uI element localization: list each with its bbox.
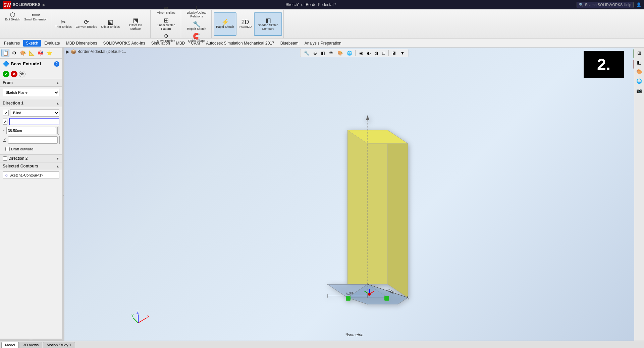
menu-evaluate[interactable]: Evaluate: [42, 40, 63, 47]
view-tool-8[interactable]: ◐: [366, 50, 372, 56]
offset-entities-btn[interactable]: ⬕ Offset Entities: [99, 16, 121, 32]
menu-simulation[interactable]: Simulation: [149, 40, 173, 47]
repair-sketch-btn[interactable]: 🔧 Repair Sketch: [183, 20, 210, 32]
depth-down-arrow[interactable]: ▼: [58, 131, 60, 134]
view-label: *Isometric: [345, 333, 363, 337]
panel-resize-handle[interactable]: ⋯: [0, 339, 62, 341]
main-area: 📋 ⚙ 🎨 📐 🎯 ⭐ 🔷 Boss-Extrude1 ? ✓ ✕ 👁 From…: [0, 48, 644, 341]
rapid-sketch-btn[interactable]: ⚡ Rapid Sketch: [214, 12, 236, 36]
instant2d-btn[interactable]: 2D Instant2D: [237, 12, 254, 36]
tab-model[interactable]: Model: [1, 342, 19, 348]
angle-up-arrow[interactable]: ▲: [59, 136, 60, 140]
direction1-body: ↗ Blind ↗ ↕ 38.50cm ▲ ▼ ∠ ▲ ▼: [0, 107, 62, 154]
angle-input[interactable]: [8, 136, 58, 144]
handle-1[interactable]: [346, 296, 351, 300]
handle-2[interactable]: [384, 296, 389, 300]
view-tool-1[interactable]: 🔧: [303, 50, 311, 56]
user-icon[interactable]: 👤: [636, 2, 641, 7]
contours-arrow: ▲: [56, 164, 59, 168]
smart-dimension-btn[interactable]: ⟺ Smart Dimension: [22, 11, 49, 22]
tab-3dviews[interactable]: 3D Views: [19, 342, 42, 348]
menu-mbd-dimensions[interactable]: MBD Dimensions: [63, 40, 100, 47]
exit-sketch-btn[interactable]: ⬡ Exit Sketch: [3, 11, 22, 22]
arrow-btn[interactable]: ▶: [43, 3, 45, 7]
svg-text:Y: Y: [131, 314, 134, 318]
cancel-button[interactable]: ✕: [11, 71, 17, 77]
direction1-label: Direction 1: [3, 101, 23, 106]
right-btn-5[interactable]: 📷: [635, 86, 643, 94]
direction2-checkbox[interactable]: [3, 156, 7, 161]
view-tool-9[interactable]: ◑: [373, 50, 380, 56]
direction2-header[interactable]: Direction 2 ▼: [0, 154, 62, 162]
viewport[interactable]: 2. ✓ ✕ ▶ 📦 BorderPedestal (Default<... 🔧…: [64, 48, 644, 341]
contours-header[interactable]: Selected Contours ▲: [0, 162, 62, 170]
from-select[interactable]: Sketch Plane: [3, 89, 59, 96]
search-icon: 🔍: [579, 3, 584, 7]
feature-help-icon[interactable]: ?: [54, 61, 59, 67]
menu-mbd[interactable]: MBD: [173, 40, 188, 47]
menu-analysis[interactable]: Analysis Preparation: [302, 40, 344, 47]
view-tool-6[interactable]: 🌐: [345, 50, 354, 56]
panel-custom-icon[interactable]: 📐: [28, 49, 36, 57]
toolbar-sketch-main: ⬡ Exit Sketch ⟺ Smart Dimension: [1, 10, 51, 38]
panel-appearance-icon[interactable]: 🎨: [19, 49, 27, 57]
mirror-entities-btn[interactable]: ⇔ Mirror Entities: [153, 4, 179, 16]
menu-features[interactable]: Features: [1, 40, 22, 47]
angle-spinner[interactable]: ▲ ▼: [59, 136, 60, 144]
right-btn-3[interactable]: 🎨: [635, 68, 643, 76]
menu-sw-addins[interactable]: SOLIDWORKS Add-Ins: [100, 40, 148, 47]
tab-motion[interactable]: Motion Study 1: [43, 342, 75, 348]
depth-spinner[interactable]: ▲ ▼: [57, 127, 60, 135]
depth-up-arrow[interactable]: ▲: [58, 127, 60, 131]
linear-sketch-pattern-btn[interactable]: ⊞ Linear Sketch Pattern: [153, 16, 179, 32]
view-tool-7[interactable]: ◉: [358, 50, 364, 56]
view-divider2: [388, 50, 388, 56]
contour-item-1[interactable]: ◇ Sketch1-Contour<1>: [3, 171, 59, 179]
menu-bluebeam[interactable]: Bluebeam: [278, 40, 301, 47]
direction1-flip-icon[interactable]: ↗: [3, 110, 9, 116]
view-tool-4[interactable]: 👁: [328, 50, 335, 56]
from-label: From: [3, 80, 13, 85]
angle-down-arrow[interactable]: ▼: [59, 140, 60, 144]
display-delete-relations-btn[interactable]: ⊥ Display/Delete Relations: [183, 4, 210, 19]
search-bar[interactable]: 🔍 Search SOLIDWORKS Help: [577, 2, 634, 8]
axis-indicator: X Y Z: [131, 309, 152, 331]
view-tool-2[interactable]: ⊕: [312, 50, 318, 56]
convert-entities-btn[interactable]: ⟳ Convert Entities: [74, 16, 99, 32]
direction1-reverse-icon[interactable]: ↗: [3, 119, 7, 125]
depth-input[interactable]: 38.50cm: [6, 127, 56, 134]
menu-sketch[interactable]: Sketch: [23, 40, 41, 47]
draft-outward-checkbox[interactable]: [5, 147, 10, 151]
breadcrumb-text: BorderPedestal (Default<...: [77, 49, 126, 54]
view-tool-10[interactable]: □: [381, 50, 386, 56]
direction1-ref-input[interactable]: [9, 118, 59, 125]
shaded-contours-btn[interactable]: ◧ Shaded Sketch Contours: [254, 12, 282, 36]
view-tool-11[interactable]: 🖥: [390, 50, 397, 56]
trim-entities-btn[interactable]: ✂ Trim Entities: [53, 16, 73, 32]
view-tool-settings[interactable]: ▼: [399, 50, 406, 56]
direction1-section-header[interactable]: Direction 1 ▲: [0, 99, 62, 107]
right-btn-2[interactable]: ◧: [635, 58, 643, 66]
draft-outward-label[interactable]: Draft outward: [11, 147, 33, 151]
right-btn-4[interactable]: 🌐: [635, 77, 643, 85]
panel-target-icon[interactable]: 🎯: [36, 49, 44, 57]
title-bar: SW SOLIDWORKS ▶ Sketch1 of BorderPedesta…: [0, 0, 644, 9]
from-section-header[interactable]: From ▲: [0, 79, 62, 87]
menu-autodesk[interactable]: Autodesk Simulation Mechanical 2017: [203, 40, 277, 47]
offset-surface-btn[interactable]: ⬔ Offset On Surface: [122, 16, 149, 32]
panel-config-icon[interactable]: ⚙: [10, 49, 18, 57]
left-panel: 📋 ⚙ 🎨 📐 🎯 ⭐ 🔷 Boss-Extrude1 ? ✓ ✕ 👁 From…: [0, 48, 62, 341]
right-btn-1[interactable]: ⊞: [635, 49, 643, 57]
panel-icon-toolbar: 📋 ⚙ 🎨 📐 🎯 ⭐: [0, 48, 62, 59]
direction1-type-select[interactable]: Blind: [10, 109, 59, 117]
breadcrumb: ▶ 📦 BorderPedestal (Default<...: [66, 49, 126, 54]
panel-star-icon[interactable]: ⭐: [45, 49, 53, 57]
menu-cam[interactable]: CAM: [189, 40, 203, 47]
preview-button[interactable]: 👁: [19, 71, 25, 77]
panel-feature-icon[interactable]: 📋: [1, 49, 9, 57]
view-tool-5[interactable]: 🎨: [336, 50, 344, 56]
view-toolbar: 🔧 ⊕ ◧ 👁 🎨 🌐 ◉ ◐ ◑ □ 🖥 ▼: [300, 49, 409, 57]
ok-button[interactable]: ✓: [3, 71, 9, 77]
relations-icon: ⊥: [194, 5, 199, 11]
view-tool-3[interactable]: ◧: [320, 50, 326, 56]
